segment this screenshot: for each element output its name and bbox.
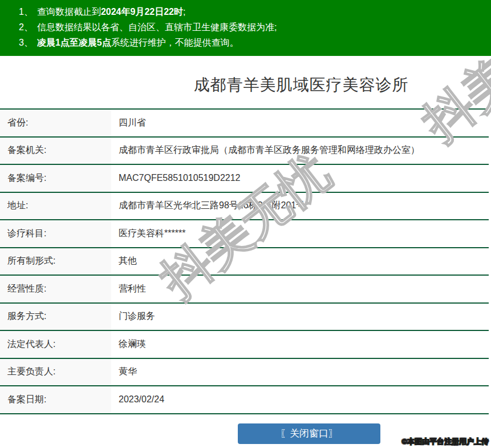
row-value: 黄华 bbox=[111, 366, 137, 378]
row-label: 主要负责人: bbox=[0, 359, 111, 386]
notice-text: 查询数据截止到 bbox=[37, 7, 101, 17]
close-window-button[interactable]: 〖关闭窗口〗 bbox=[238, 423, 380, 444]
row-label: 服务方式: bbox=[0, 304, 111, 330]
table-row-legal-representative: 法定代表人: 徐斓瑛 bbox=[0, 331, 489, 359]
table-row-business-nature: 经营性质: 营利性 bbox=[0, 276, 489, 304]
row-value: 其他 bbox=[111, 255, 137, 267]
page-title: 成都青羊美肌域医疗美容诊所 bbox=[194, 74, 409, 96]
notice-line-2: 2、信息数据结果以各省、自治区、直辖市卫生健康委数据为准; bbox=[19, 19, 485, 35]
row-label: 省份: bbox=[0, 110, 111, 136]
notice-line-1: 1、查询数据截止到2024年9月22日22时; bbox=[19, 4, 485, 19]
notice-number: 1、 bbox=[19, 7, 33, 17]
row-label: 经营性质: bbox=[0, 276, 111, 302]
row-value: 成都市青羊区光华北三路98号16栋2层附201号 bbox=[111, 200, 305, 212]
row-value: 门诊服务 bbox=[111, 310, 155, 322]
row-value: 医疗美容科****** bbox=[111, 228, 185, 240]
table-row-principal: 主要负责人: 黄华 bbox=[0, 359, 489, 387]
row-value: 四川省 bbox=[111, 117, 146, 129]
notice-text-bold: 2024年9月22日22时 bbox=[101, 7, 183, 17]
notice-banner: 1、查询数据截止到2024年9月22日22时; 2、信息数据结果以各省、自治区、… bbox=[0, 0, 491, 56]
notice-line-3: 3、凌晨1点至凌晨5点系统进行维护，不能提供查询。 bbox=[19, 35, 485, 50]
upload-credit-watermark: ©本图由平台注册用户上传 bbox=[401, 437, 489, 447]
table-row-province: 省份: 四川省 bbox=[0, 110, 489, 138]
table-row-ownership: 所有制形式: 其他 bbox=[0, 248, 489, 276]
row-value: 营利性 bbox=[111, 283, 146, 295]
notice-text: ; bbox=[183, 7, 185, 17]
notice-text-bold: 凌晨1点至凌晨5点 bbox=[37, 38, 111, 47]
table-row-departments: 诊疗科目: 医疗美容科****** bbox=[0, 220, 489, 248]
record-table: 省份: 四川省 备案机关: 成都市青羊区行政审批局（成都市青羊区政务服务管理和网… bbox=[0, 108, 489, 414]
table-row-address: 地址: 成都市青羊区光华北三路98号16栋2层附201号 bbox=[0, 193, 489, 221]
notice-number: 2、 bbox=[19, 22, 33, 32]
row-label: 备案编号: bbox=[0, 165, 111, 192]
row-label: 地址: bbox=[0, 193, 111, 220]
row-value: 徐斓瑛 bbox=[111, 338, 146, 350]
row-label: 备案机关: bbox=[0, 138, 111, 164]
table-row-filing-authority: 备案机关: 成都市青羊区行政审批局（成都市青羊区政务服务管理和网络理政办公室） bbox=[0, 138, 489, 166]
row-label: 所有制形式: bbox=[0, 248, 111, 275]
row-label: 备案日期: bbox=[0, 386, 111, 413]
row-label: 法定代表人: bbox=[0, 331, 111, 358]
notice-number: 3、 bbox=[19, 38, 33, 47]
row-value: MAC7QFE5851010519D2212 bbox=[111, 173, 240, 183]
title-row: 成都青羊美肌域医疗美容诊所 bbox=[111, 56, 491, 108]
row-value: 2023/02/24 bbox=[111, 394, 164, 405]
row-value: 成都市青羊区行政审批局（成都市青羊区政务服务管理和网络理政办公室） bbox=[111, 144, 420, 156]
row-label: 诊疗科目: bbox=[0, 220, 111, 247]
table-row-filing-number: 备案编号: MAC7QFE5851010519D2212 bbox=[0, 165, 489, 193]
table-row-service-mode: 服务方式: 门诊服务 bbox=[0, 304, 489, 332]
table-row-filing-date: 备案日期: 2023/02/24 bbox=[0, 386, 489, 414]
notice-text: 系统进行维护，不能提供查询。 bbox=[111, 38, 239, 47]
notice-text: 信息数据结果以各省、自治区、直辖市卫生健康委数据为准; bbox=[37, 22, 277, 32]
